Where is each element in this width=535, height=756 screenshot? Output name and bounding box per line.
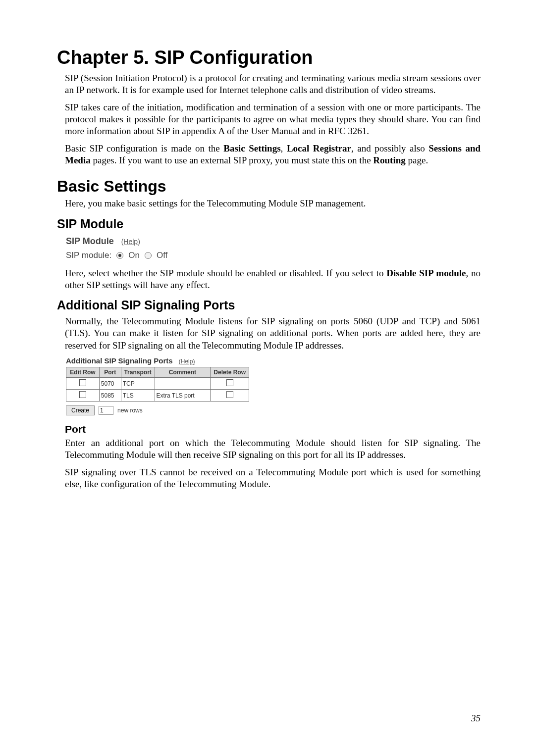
figure-sip-module: SIP Module (Help) SIP module: On Off	[66, 236, 481, 260]
paragraph-port-1: Enter an additional port on which the Te…	[57, 437, 481, 461]
paragraph-basic-settings: Here, you make basic settings for the Te…	[57, 198, 481, 209]
edit-checkbox[interactable]	[79, 379, 86, 386]
paragraph-intro-1: SIP (Session Initiation Protocol) is a p…	[57, 72, 481, 97]
col-delete-row: Delete Row	[211, 367, 249, 378]
radio-sip-off-label: Off	[157, 251, 167, 260]
figure-ports-title: Additional SIP Signaling Ports	[66, 356, 173, 365]
help-link[interactable]: (Help)	[179, 358, 195, 365]
figure-sip-module-title: SIP Module	[66, 236, 114, 246]
paragraph-intro-3: Basic SIP configuration is made on the B…	[57, 143, 481, 167]
delete-checkbox[interactable]	[226, 379, 233, 386]
col-port: Port	[99, 367, 121, 378]
col-comment: Comment	[155, 367, 211, 378]
paragraph-port-2: SIP signaling over TLS cannot be receive…	[57, 466, 481, 491]
delete-checkbox[interactable]	[226, 391, 233, 398]
page-number: 35	[471, 713, 481, 724]
paragraph-additional-ports: Normally, the Telecommuting Module liste…	[57, 315, 481, 352]
cell-comment: Extra TLS port	[155, 390, 211, 402]
ports-table: Edit Row Port Transport Comment Delete R…	[66, 367, 249, 402]
create-rows-input[interactable]	[99, 406, 113, 415]
chapter-title: Chapter 5. SIP Configuration	[57, 47, 481, 68]
subsection-additional-ports: Additional SIP Signaling Ports	[57, 298, 481, 312]
create-button[interactable]: Create	[66, 405, 95, 415]
radio-sip-off[interactable]	[145, 252, 152, 259]
subsection-sip-module: SIP Module	[57, 217, 481, 231]
radio-sip-on-label: On	[128, 251, 140, 260]
cell-port: 5085	[99, 390, 121, 402]
new-rows-label: new rows	[117, 407, 143, 414]
cell-port: 5070	[99, 378, 121, 390]
paragraph-sip-module: Here, select whether the SIP module shou…	[57, 267, 481, 292]
figure-additional-ports: Additional SIP Signaling Ports (Help) Ed…	[66, 356, 249, 415]
cell-transport: TLS	[121, 390, 155, 402]
col-transport: Transport	[121, 367, 155, 378]
sip-module-label: SIP module:	[66, 251, 111, 260]
cell-transport: TCP	[121, 378, 155, 390]
subsubsection-port: Port	[57, 423, 481, 435]
col-edit-row: Edit Row	[66, 367, 100, 378]
help-link[interactable]: (Help)	[121, 238, 140, 246]
cell-comment	[155, 378, 211, 390]
radio-sip-on[interactable]	[116, 252, 123, 259]
edit-checkbox[interactable]	[79, 391, 86, 398]
section-basic-settings: Basic Settings	[57, 177, 481, 196]
table-row: 5085 TLS Extra TLS port	[66, 390, 249, 402]
paragraph-intro-2: SIP takes care of the initiation, modifi…	[57, 101, 481, 138]
table-row: 5070 TCP	[66, 378, 249, 390]
